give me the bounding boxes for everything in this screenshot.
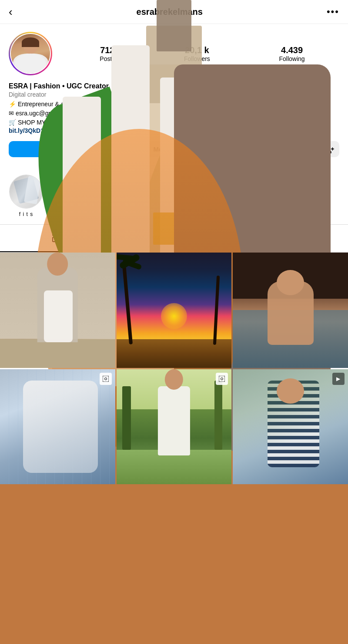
highlight-pups[interactable]: p u p s [179,175,214,217]
avatar-ring [9,32,52,75]
reel-badge-4 [100,373,112,385]
svg-point-16 [104,378,107,380]
following-label: Following [279,55,305,62]
stat-following[interactable]: 4.439 Following [279,45,305,62]
avatar-inner [10,33,51,74]
highlights-scroll: f i t s g a r d e n [0,175,348,217]
highlights-section: f i t s g a r d e n [0,170,348,225]
back-button[interactable]: ‹ [9,6,13,17]
highlight-pups-image [180,175,213,208]
highlight-fits-circle [9,175,43,209]
highlight-pups-circle [180,175,214,209]
highlight-fits-label: f i t s [19,211,33,217]
video-icon-6: ▶ [336,376,340,382]
grid-item-6[interactable]: ▶ [233,369,348,485]
grid-item-2[interactable] [117,253,232,368]
grid-item-4[interactable] [0,369,115,485]
reel-badge-5 [216,373,228,385]
avatar[interactable] [9,32,52,75]
reel-icon [103,376,109,382]
svg-point-18 [221,378,223,380]
svg-rect-17 [219,376,225,382]
grid-item-1[interactable] [0,253,115,368]
avatar-image [11,34,50,73]
stats-container: 712 Posts 20,1 k Followers 4.439 Followi… [65,45,339,62]
highlight-fits-image [10,175,43,208]
video-badge-6: ▶ [332,373,345,385]
more-options-button[interactable]: ••• [327,6,339,17]
highlight-fits[interactable]: f i t s [9,175,44,217]
grid-item-5[interactable] [117,369,232,485]
svg-rect-15 [103,376,109,382]
following-count: 4.439 [281,45,303,55]
reel-icon-5 [219,376,225,382]
grid-item-3[interactable] [233,253,348,368]
